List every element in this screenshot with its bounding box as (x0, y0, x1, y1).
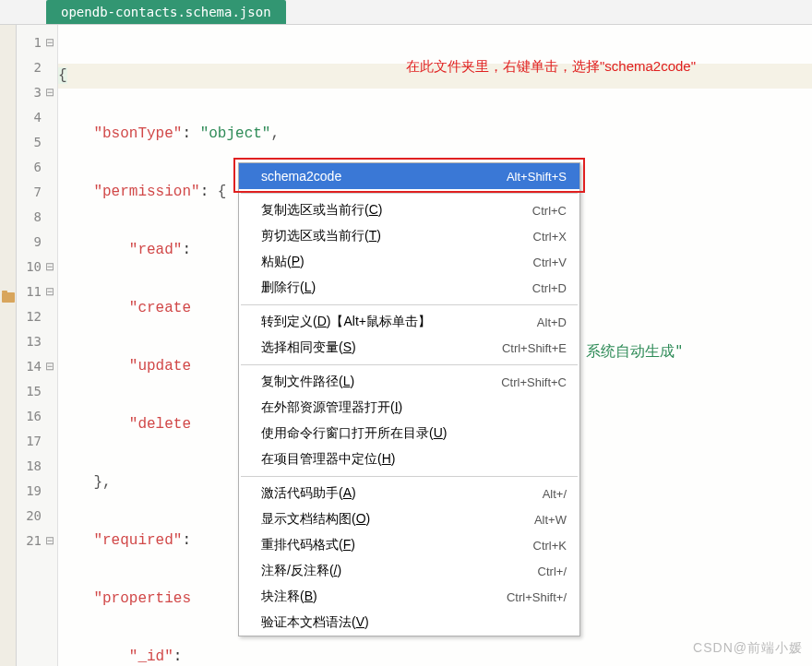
menu-item-shortcut: Alt+/ (543, 487, 567, 501)
menu-item-label: 显示文档结构图(O) (261, 511, 534, 528)
menu-item[interactable]: 删除行(L)Ctrl+D (239, 275, 579, 301)
menu-item[interactable]: 激活代码助手(A)Alt+/ (239, 481, 579, 506)
gutter-line: 21⊟ (17, 529, 57, 553)
gutter-line: 14⊟ (17, 354, 57, 379)
gutter-line: 12 (17, 304, 57, 329)
gutter-line: 6 (17, 155, 57, 180)
annotation-text: 在此文件夹里，右键单击，选择"schema2code" (406, 58, 696, 76)
gutter-line: 4 (17, 105, 57, 130)
gutter-line: 19 (17, 479, 57, 504)
menu-item-shortcut: Ctrl+V (533, 256, 567, 269)
menu-item[interactable]: 转到定义(D)【Alt+鼠标单击】Alt+D (239, 309, 579, 335)
menu-item[interactable]: 复制选区或当前行(C)Ctrl+C (239, 197, 579, 223)
gutter-line: 9 (17, 230, 57, 255)
menu-item-shortcut: Ctrl+/ (538, 565, 567, 578)
menu-separator (241, 364, 578, 365)
menu-item-label: 选择相同变量(S) (261, 339, 502, 356)
menu-item-shortcut: Ctrl+Shift+E (502, 341, 567, 355)
menu-separator (241, 304, 578, 305)
menu-item-label: 复制文件路径(L) (261, 374, 501, 390)
gutter-line: 8 (17, 205, 57, 230)
menu-item-label: 复制选区或当前行(C) (261, 202, 532, 219)
menu-item-shortcut: Ctrl+X (533, 230, 567, 244)
menu-item-label: 验证本文档语法(V) (261, 614, 567, 631)
menu-item-label: 粘贴(P) (261, 254, 533, 270)
gutter-line: 20 (17, 504, 57, 529)
menu-item-shortcut: Alt+Shift+S (507, 170, 567, 184)
menu-item-label: 在外部资源管理器打开(I) (261, 399, 567, 416)
menu-item[interactable]: 注释/反注释(/)Ctrl+/ (239, 558, 579, 584)
menu-item-shortcut: Alt+D (537, 315, 567, 329)
gutter-line: 13 (17, 329, 57, 354)
menu-item[interactable]: 粘贴(P)Ctrl+V (239, 249, 579, 275)
editor-area: 1⊟23⊟45678910⊟11⊟121314⊟15161718192021⊟ … (0, 25, 812, 666)
gutter-line: 16 (17, 404, 57, 429)
gutter-line: 15 (17, 379, 57, 404)
gutter-line: 11⊟ (17, 279, 57, 304)
watermark: CSDN@前端小媛 (693, 640, 803, 657)
menu-item[interactable]: 显示文档结构图(O)Alt+W (239, 506, 579, 532)
gutter-line: 5 (17, 130, 57, 155)
menu-item[interactable]: 块注释(B)Ctrl+Shift+/ (239, 584, 579, 610)
gutter-line: 18 (17, 454, 57, 479)
menu-item-label: 激活代码助手(A) (261, 485, 543, 502)
gutter-line: 3⊟ (17, 80, 57, 105)
file-tab[interactable]: opendb-contacts.schema.json (46, 0, 286, 24)
menu-item[interactable]: 重排代码格式(F)Ctrl+K (239, 532, 579, 558)
menu-item-shortcut: Ctrl+C (532, 204, 567, 218)
menu-item[interactable]: schema2codeAlt+Shift+S (239, 163, 579, 189)
menu-item[interactable]: 在外部资源管理器打开(I) (239, 395, 579, 421)
menu-item-label: 使用命令行窗口打开所在目录(U) (261, 425, 567, 442)
menu-item-label: 块注释(B) (261, 589, 507, 605)
menu-item-shortcut: Ctrl+Shift+C (501, 375, 567, 389)
menu-item-shortcut: Alt+W (534, 513, 567, 527)
gutter-line: 7 (17, 180, 57, 205)
menu-item[interactable]: 验证本文档语法(V) (239, 610, 579, 636)
gutter-line: 1⊟ (17, 30, 57, 55)
code-fragment-right: 系统自动生成" (586, 342, 684, 362)
gutter-line: 10⊟ (17, 255, 57, 279)
menu-item[interactable]: 复制文件路径(L)Ctrl+Shift+C (239, 369, 579, 395)
menu-item-shortcut: Ctrl+D (532, 281, 567, 295)
menu-item-label: 注释/反注释(/) (261, 563, 538, 579)
left-gutter (0, 25, 17, 666)
menu-item-label: 剪切选区或当前行(T) (261, 228, 533, 244)
menu-item-label: 重排代码格式(F) (261, 537, 533, 553)
menu-item-label: 删除行(L) (261, 279, 532, 296)
gutter-line: 2 (17, 55, 57, 80)
menu-separator (241, 476, 578, 477)
menu-item[interactable]: 选择相同变量(S)Ctrl+Shift+E (239, 335, 579, 361)
menu-item[interactable]: 剪切选区或当前行(T)Ctrl+X (239, 223, 579, 249)
menu-item[interactable]: 使用命令行窗口打开所在目录(U) (239, 421, 579, 446)
menu-item-shortcut: Ctrl+K (533, 539, 567, 553)
menu-separator (241, 193, 578, 194)
menu-item-label: schema2code (261, 169, 507, 184)
menu-item-label: 在项目管理器中定位(H) (261, 451, 567, 468)
context-menu: schema2codeAlt+Shift+S复制选区或当前行(C)Ctrl+C剪… (238, 162, 580, 636)
folder-icon (2, 292, 15, 303)
tab-bar: opendb-contacts.schema.json (0, 0, 812, 25)
gutter-line: 17 (17, 429, 57, 454)
line-gutter: 1⊟23⊟45678910⊟11⊟121314⊟15161718192021⊟ (17, 25, 58, 666)
menu-item-label: 转到定义(D)【Alt+鼠标单击】 (261, 314, 537, 330)
menu-item[interactable]: 在项目管理器中定位(H) (239, 446, 579, 472)
menu-item-shortcut: Ctrl+Shift+/ (507, 590, 567, 604)
